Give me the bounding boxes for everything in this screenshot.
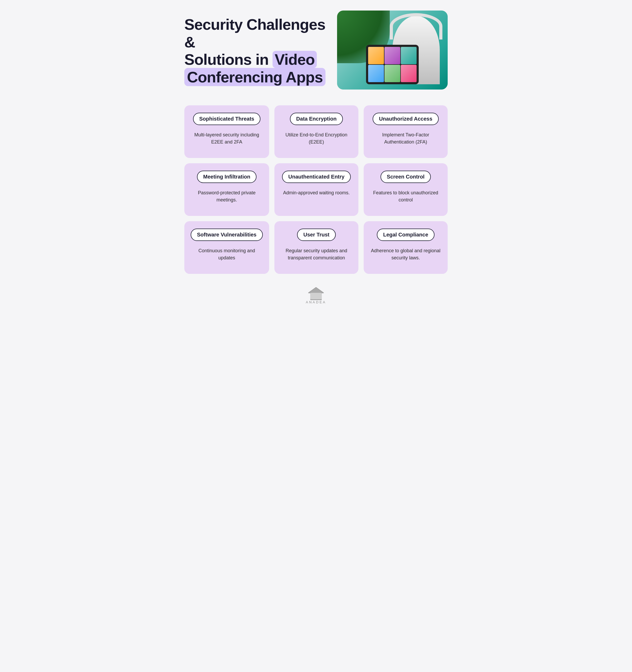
video-cell-3: [401, 47, 417, 64]
brand-name: ANADEA: [306, 300, 326, 304]
card-badge-legal-compliance: Legal Compliance: [377, 229, 435, 241]
video-cell-1: [368, 47, 384, 64]
cards-grid: Sophisticated ThreatsMulti-layered secur…: [184, 105, 448, 274]
card-unauthorized-access: Unauthorized AccessImplement Two-Factor …: [364, 105, 448, 158]
title-highlight1: Video: [272, 51, 317, 68]
title-area: Security Challenges & Solutions in Video…: [184, 10, 329, 86]
card-badge-unauthorized-access: Unauthorized Access: [373, 113, 439, 125]
video-cell-5: [385, 65, 400, 82]
card-sophisticated-threats: Sophisticated ThreatsMulti-layered secur…: [184, 105, 269, 158]
card-description-software-vulnerabilities: Continuous monitoring and updates: [191, 247, 263, 262]
tablet-device: [366, 45, 419, 84]
card-badge-screen-control: Screen Control: [381, 171, 431, 183]
hero-visual-bg: [337, 10, 448, 90]
card-description-meeting-infiltration: Password-protected private meetings.: [191, 189, 263, 203]
video-cell-6: [401, 65, 417, 82]
footer: ANADEA: [184, 287, 448, 304]
video-cell-4: [368, 65, 384, 82]
card-description-unauthorized-access: Implement Two-Factor Authentication (2FA…: [370, 131, 441, 146]
card-description-unauthenticated-entry: Admin-approved waiting rooms.: [283, 189, 350, 196]
card-badge-unauthenticated-entry: Unauthenticated Entry: [282, 171, 351, 183]
card-data-encryption: Data EncryptionUtilize End-to-End Encryp…: [274, 105, 358, 158]
card-screen-control: Screen ControlFeatures to block unauthor…: [364, 163, 448, 216]
card-description-screen-control: Features to block unauthorized control: [370, 189, 441, 203]
title-line2: Solutions in: [184, 51, 269, 68]
card-user-trust: User TrustRegular security updates and t…: [274, 221, 358, 274]
card-unauthenticated-entry: Unauthenticated EntryAdmin-approved wait…: [274, 163, 358, 216]
card-software-vulnerabilities: Software VulnerabilitiesContinuous monit…: [184, 221, 269, 274]
card-legal-compliance: Legal ComplianceAdherence to global and …: [364, 221, 448, 274]
svg-marker-2: [309, 288, 323, 293]
card-badge-data-encryption: Data Encryption: [290, 113, 343, 125]
card-badge-user-trust: User Trust: [297, 229, 336, 241]
card-description-user-trust: Regular security updates and transparent…: [281, 247, 352, 262]
card-description-data-encryption: Utilize End-to-End Encryption (E2EE): [281, 131, 352, 146]
page-title: Security Challenges & Solutions in Video…: [184, 16, 329, 86]
anadea-logo-svg: [308, 287, 324, 300]
headphones-icon: [390, 13, 442, 40]
video-cell-2: [385, 47, 400, 64]
card-badge-sophisticated-threats: Sophisticated Threats: [193, 113, 261, 125]
brand-logo: ANADEA: [306, 287, 326, 304]
card-meeting-infiltration: Meeting InfiltrationPassword-protected p…: [184, 163, 269, 216]
card-description-legal-compliance: Adherence to global and regional securit…: [370, 247, 441, 262]
hero-image: [337, 10, 448, 90]
card-badge-software-vulnerabilities: Software Vulnerabilities: [191, 229, 263, 241]
hero-image-container: [337, 10, 448, 90]
card-description-sophisticated-threats: Multi-layered security including E2EE an…: [191, 131, 263, 146]
card-badge-meeting-infiltration: Meeting Infiltration: [197, 171, 257, 183]
title-highlight2: Conferencing Apps: [184, 68, 325, 86]
header-section: Security Challenges & Solutions in Video…: [184, 10, 448, 90]
title-line1: Security Challenges &: [184, 16, 325, 51]
